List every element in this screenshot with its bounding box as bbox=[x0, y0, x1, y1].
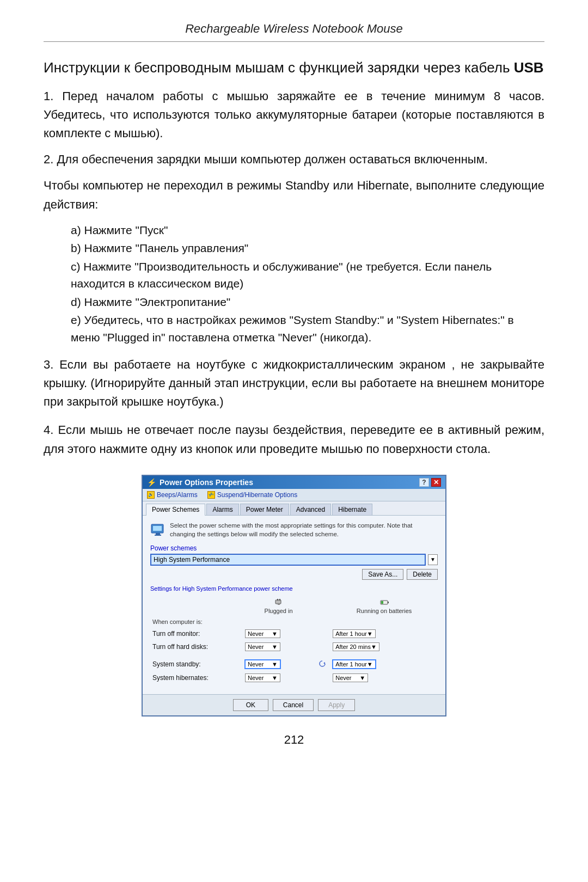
save-as-button[interactable]: Save As... bbox=[362, 569, 403, 580]
harddisk-batteries-select[interactable]: After 20 mins ▼ bbox=[333, 642, 379, 651]
list-item-b: b) Нажмите "Панель управления" bbox=[71, 240, 544, 257]
standby-arrow-icon bbox=[318, 660, 326, 667]
suspend-hibernate-link[interactable]: 💤 Suspend/Hibernate Options bbox=[207, 491, 297, 499]
dialog-container: ⚡ Power Options Properties ? ✕ 🔊 Beeps/A… bbox=[44, 475, 544, 716]
svg-rect-2 bbox=[156, 533, 160, 535]
col-header-batteries: Running on batteries bbox=[330, 595, 438, 616]
titlebar-buttons: ? ✕ bbox=[419, 478, 441, 487]
settings-table: Plugged in bbox=[150, 595, 438, 684]
suspend-icon: 💤 bbox=[207, 491, 215, 499]
paragraph-3: Чтобы компьютер не переходил в режимы St… bbox=[44, 176, 544, 213]
harddisk-row-label: Turn off hard disks: bbox=[150, 640, 226, 653]
list-item-d: d) Нажмите "Электропитание" bbox=[71, 293, 544, 311]
titlebar-left: ⚡ Power Options Properties bbox=[147, 478, 253, 487]
svg-rect-9 bbox=[388, 602, 389, 603]
standby-pluggedin-select-cell: Never ▼ bbox=[245, 660, 312, 669]
tab-hibernate[interactable]: Hibernate bbox=[332, 504, 372, 515]
beeps-alarms-link[interactable]: 🔊 Beeps/Alarms bbox=[147, 491, 198, 499]
page-number: 212 bbox=[44, 733, 544, 747]
standby-batteries-select-cell: After 1 hour ▼ bbox=[333, 660, 436, 669]
svg-rect-4 bbox=[275, 600, 281, 604]
section-heading-bold: USB bbox=[514, 59, 544, 76]
monitor-pluggedin-select-cell: Never ▼ bbox=[245, 629, 312, 638]
tab-power-schemes[interactable]: Power Schemes bbox=[146, 504, 205, 516]
page: Rechargeable Wireless Notebook Mouse Инс… bbox=[0, 0, 588, 882]
svg-rect-10 bbox=[381, 601, 383, 604]
table-row-harddisks: Turn off hard disks: Never ▼ bbox=[150, 640, 438, 653]
hibernates-pluggedin-select[interactable]: Never ▼ bbox=[245, 673, 280, 682]
hibernates-batteries-select-cell: Never ▼ bbox=[333, 673, 436, 682]
tab-alarms[interactable]: Alarms bbox=[206, 504, 238, 515]
scheme-select[interactable]: High System Performance bbox=[150, 554, 426, 566]
close-button[interactable]: ✕ bbox=[431, 478, 441, 487]
table-row-standby: System standby: Never ▼ bbox=[150, 658, 438, 671]
plugged-in-label: Plugged in bbox=[265, 608, 293, 614]
svg-rect-3 bbox=[155, 535, 161, 536]
monitor-batteries-select[interactable]: After 1 hour ▼ bbox=[333, 629, 375, 638]
ok-button[interactable]: OK bbox=[233, 699, 268, 711]
power-schemes-label: Power schemes bbox=[150, 544, 438, 552]
col-header-plugged-in: Plugged in bbox=[243, 595, 314, 616]
dialog-footer: OK Cancel Apply bbox=[143, 694, 445, 715]
svg-rect-1 bbox=[153, 526, 162, 531]
monitor-pluggedin-select[interactable]: Never ▼ bbox=[245, 629, 280, 638]
header-title-text: Rechargeable Wireless Notebook Mouse bbox=[185, 22, 403, 35]
help-button[interactable]: ? bbox=[419, 478, 429, 487]
svg-rect-7 bbox=[278, 604, 280, 605]
hibernates-pluggedin-select-cell: Never ▼ bbox=[245, 673, 312, 682]
paragraph-2: 2. Для обеспечения зарядки мыши компьюте… bbox=[44, 150, 544, 169]
section-heading: Инструкции к беспроводным мышам с функци… bbox=[44, 58, 544, 77]
cancel-button[interactable]: Cancel bbox=[273, 699, 314, 711]
power-icon: ⚡ bbox=[147, 478, 156, 487]
list-item-e: e) Убедитесь, что в настройках режимов "… bbox=[71, 311, 544, 346]
dialog-titlebar: ⚡ Power Options Properties ? ✕ bbox=[143, 476, 445, 489]
scheme-chevron[interactable]: ▼ bbox=[428, 554, 438, 565]
hibernates-batteries-select[interactable]: Never ▼ bbox=[333, 673, 368, 682]
beeps-icon: 🔊 bbox=[147, 491, 155, 499]
table-row-monitor: Turn off monitor: Never ▼ bbox=[150, 627, 438, 640]
list-item-c: c) Нажмите "Производительность и обслужи… bbox=[71, 258, 544, 292]
svg-marker-11 bbox=[323, 662, 325, 664]
chevron-down-icon: ▼ bbox=[272, 661, 278, 667]
saveas-delete-row: Save As... Delete bbox=[150, 569, 438, 580]
apply-button[interactable]: Apply bbox=[318, 699, 355, 711]
scheme-row: High System Performance ▼ bbox=[150, 554, 438, 566]
description-box: Select the power scheme with the most ap… bbox=[150, 521, 438, 539]
description-text: Select the power scheme with the most ap… bbox=[170, 521, 438, 538]
power-options-dialog: ⚡ Power Options Properties ? ✕ 🔊 Beeps/A… bbox=[142, 475, 446, 716]
standby-pluggedin-select[interactable]: Never ▼ bbox=[245, 660, 280, 669]
paragraph-5: 4. Если мышь не отвечает после паузы без… bbox=[44, 421, 544, 458]
tab-advanced[interactable]: Advanced bbox=[290, 504, 331, 515]
paragraph-1: 1. Перед началом работы с мышью заряжайт… bbox=[44, 87, 544, 143]
instruction-list: a) Нажмите "Пуск" b) Нажмите "Панель упр… bbox=[71, 222, 544, 346]
monitor-row-label: Turn off monitor: bbox=[150, 627, 226, 640]
settings-label: Settings for High System Performance pow… bbox=[150, 585, 438, 592]
battery-icon bbox=[379, 597, 389, 607]
svg-rect-5 bbox=[277, 599, 278, 601]
hibernates-row-label: System hibernates: bbox=[150, 671, 226, 684]
dialog-body: Select the power scheme with the most ap… bbox=[143, 516, 445, 694]
chevron-down-icon: ▼ bbox=[367, 630, 373, 637]
standby-batteries-select[interactable]: After 1 hour ▼ bbox=[333, 660, 375, 669]
scheme-value: High System Performance bbox=[154, 556, 230, 564]
harddisk-pluggedin-select-cell: Never ▼ bbox=[245, 642, 312, 651]
standby-row-label: System standby: bbox=[150, 658, 226, 671]
chevron-down-icon: ▼ bbox=[272, 675, 278, 681]
table-row-hibernates: System hibernates: Never ▼ bbox=[150, 671, 438, 684]
dialog-tabs: Power Schemes Alarms Power Meter Advance… bbox=[143, 501, 445, 516]
tab-power-meter[interactable]: Power Meter bbox=[240, 504, 289, 515]
advanced-settings-row: 🔊 Beeps/Alarms 💤 Suspend/Hibernate Optio… bbox=[143, 489, 445, 501]
chevron-down-icon: ▼ bbox=[272, 630, 278, 637]
chevron-down-icon: ▼ bbox=[371, 644, 377, 650]
description-icon bbox=[150, 522, 166, 539]
plugged-in-icon bbox=[274, 597, 284, 607]
section-heading-text: Инструкции к беспроводным мышам с функци… bbox=[44, 59, 510, 76]
svg-rect-6 bbox=[279, 599, 280, 601]
page-header: Rechargeable Wireless Notebook Mouse bbox=[44, 22, 544, 42]
delete-button[interactable]: Delete bbox=[407, 569, 438, 580]
monitor-batteries-select-cell: After 1 hour ▼ bbox=[333, 629, 436, 638]
spacer-row bbox=[150, 653, 438, 658]
suspend-hibernate-label: Suspend/Hibernate Options bbox=[217, 491, 297, 499]
harddisk-pluggedin-select[interactable]: Never ▼ bbox=[245, 642, 280, 651]
harddisk-batteries-select-cell: After 20 mins ▼ bbox=[333, 642, 436, 651]
